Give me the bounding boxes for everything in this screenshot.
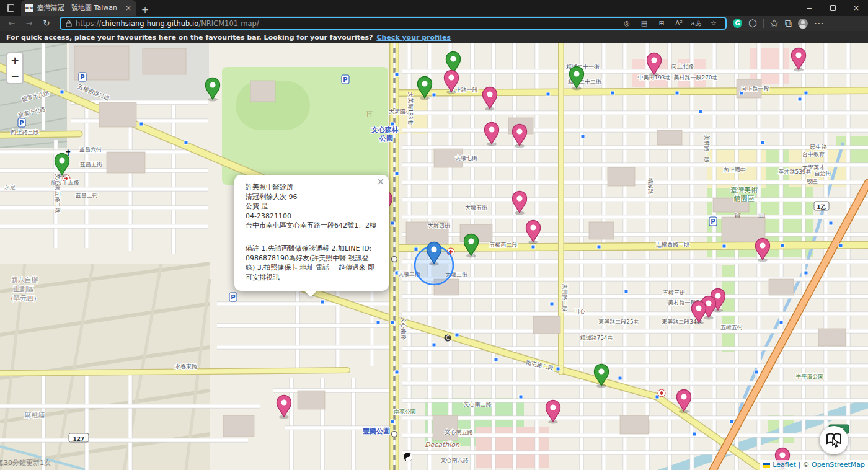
collections-icon[interactable]: ⧉: [784, 17, 791, 29]
zoom-out-button[interactable]: −: [7, 68, 22, 83]
popup-divider: [246, 237, 378, 237]
map-label: 半平厝公園: [796, 373, 824, 379]
map-label: 館園區: [734, 195, 755, 203]
map-label: 文心南五路二段: [55, 174, 61, 213]
map-label: 精誠路754巷: [580, 335, 613, 341]
address-bar[interactable]: https://chienhsiang-hung.github.io/NRICM…: [60, 17, 727, 30]
leaflet-link[interactable]: Leaflet: [773, 461, 795, 469]
profile-avatar[interactable]: [798, 19, 808, 29]
extension-icon[interactable]: ⬡: [748, 17, 757, 29]
map-label: 大墩四街: [428, 223, 450, 229]
settings-more-icon[interactable]: ⋯: [814, 17, 824, 29]
bus-stop-icon: [781, 244, 784, 247]
browser-toolbar: ← → ↻ https://chienhsiang-hung.github.io…: [0, 16, 868, 31]
route-shield: 127: [69, 433, 89, 442]
bus-stop-icon: [60, 90, 64, 94]
bus-stop-icon: [839, 244, 843, 247]
tab-actions-button[interactable]: [0, 0, 21, 16]
map-label: 五權西二段: [490, 242, 518, 248]
map-label: 文心森林: [371, 126, 399, 134]
update-frequency-note: 每30分鐘更新1次: [0, 458, 51, 468]
send-to-devices-icon[interactable]: ▤: [637, 19, 651, 27]
map-label: 益昌三街: [76, 192, 98, 198]
map-label: (單元四): [11, 295, 37, 303]
map-label: 向上路三段: [11, 129, 39, 135]
map-label: 精誠路: [647, 178, 653, 195]
back-button[interactable]: ←: [4, 19, 20, 28]
tab-title: 臺灣清冠一號地圖 Taiwan NRICM: [37, 3, 120, 12]
bus-stop-icon: [730, 420, 733, 423]
map-label: 田心: [574, 308, 585, 314]
map-label: 五權五街: [720, 324, 743, 330]
bus-stop-icon: [395, 73, 399, 76]
map-label: 東興路二段25巷: [598, 319, 639, 325]
map-label: Decathlon: [425, 441, 460, 449]
grammarly-extension-icon[interactable]: G: [733, 19, 742, 28]
open-book-hand-icon: [825, 432, 843, 449]
translate-icon[interactable]: aあ: [689, 19, 703, 28]
bus-stop-icon: [376, 321, 380, 324]
map-label: 永定: [4, 184, 16, 190]
favorites-bar-text: For quick access, place your favourites …: [6, 33, 373, 42]
map-label: 向上國中: [724, 167, 746, 173]
browser-tab[interactable]: HCH 臺灣清冠一號地圖 Taiwan NRICM ×: [21, 0, 136, 16]
tab-close-button[interactable]: ×: [124, 4, 133, 12]
taiji-icon: [404, 453, 412, 461]
add-favorite-icon[interactable]: ☆: [707, 19, 720, 27]
bus-stop-icon: [618, 376, 622, 380]
new-tab-button[interactable]: +: [136, 4, 154, 16]
bus-stop-icon: [693, 432, 696, 436]
bus-stop-icon: [494, 358, 498, 361]
zoom-in-button[interactable]: +: [7, 53, 22, 68]
map-label: 向上路一段: [742, 86, 769, 92]
close-button[interactable]: ×: [844, 0, 868, 16]
library-icon: 📖: [758, 211, 766, 219]
map-label: 美村路一段: [704, 135, 710, 163]
bus-stop-icon: [455, 333, 459, 337]
forward-button[interactable]: →: [21, 19, 37, 28]
restore-icon: [830, 5, 836, 11]
lock-icon[interactable]: [66, 20, 72, 27]
popup-close-button[interactable]: ×: [376, 177, 384, 187]
cursor-indicator: [820, 426, 848, 454]
map-label: 南苑公園: [394, 409, 416, 415]
map-label: 台中教育: [802, 151, 825, 157]
map-canvas[interactable]: ✝⛩🏛📖PPPPPC 五權西路二段向上路三段龍富十八路龍富十七路龍富十五路益昌六…: [0, 43, 868, 470]
restore-button[interactable]: [821, 0, 844, 16]
map-attribution: Leaflet | © OpenStreetMap: [760, 460, 868, 470]
map-label: 自治街: [815, 171, 831, 177]
bus-stop-icon: [675, 91, 679, 95]
split-screen-icon[interactable]: ⊞: [655, 19, 668, 27]
map-label: 文心南五路: [445, 429, 473, 435]
read-aloud-icon[interactable]: A²: [672, 19, 686, 27]
map-label: 民生路: [810, 144, 827, 150]
popup-note: 備註 1.先請西醫做確診通報 2.加LINE ID: 0986878190為好友…: [246, 244, 378, 282]
bus-stop-icon: [699, 110, 702, 113]
map-label: 大英街183巷: [407, 92, 414, 125]
bus-stop-icon: [829, 221, 833, 225]
popup-tail: [304, 290, 317, 297]
refresh-button[interactable]: ↻: [38, 19, 55, 28]
popup-public-funded: 公費 是: [246, 202, 378, 211]
svg-text:C: C: [446, 335, 450, 341]
parking-icon: P: [342, 75, 349, 84]
map-label: 益昌六街: [79, 146, 102, 153]
svg-text:P: P: [711, 218, 715, 225]
bus-stop-icon: [556, 367, 560, 371]
location-icon[interactable]: ◎: [620, 19, 634, 27]
minimize-button[interactable]: −: [797, 0, 821, 16]
bus-stop-icon: [519, 395, 523, 399]
bus-stop-icon: [755, 370, 758, 374]
browser-titlebar: HCH 臺灣清冠一號地圖 Taiwan NRICM × + − ×: [0, 0, 868, 16]
bus-stop-icon: [597, 245, 601, 249]
svg-text:P: P: [343, 76, 347, 83]
check-profiles-link[interactable]: Check your profiles: [376, 33, 451, 42]
tab-actions-icon: [7, 4, 14, 12]
bus-stop-icon: [140, 122, 143, 126]
bus-stop-icon: [531, 245, 535, 249]
favorites-icon[interactable]: ✩: [770, 17, 778, 29]
map-label: 文心南路: [401, 317, 407, 340]
bus-stop-icon: [395, 172, 399, 175]
route-shield: 1乙: [814, 202, 829, 210]
osm-link[interactable]: OpenStreetMap: [812, 461, 865, 469]
